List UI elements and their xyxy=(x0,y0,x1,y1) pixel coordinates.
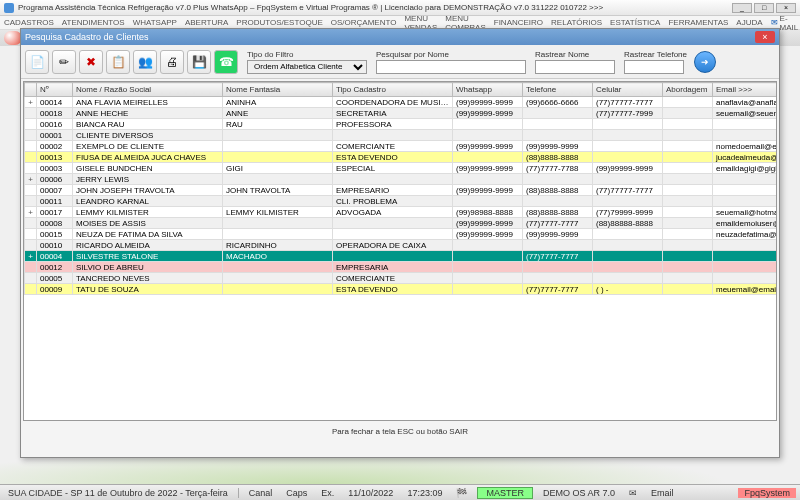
cell xyxy=(223,284,333,295)
menu-relatórios[interactable]: RELATÓRIOS xyxy=(551,18,602,27)
expand-toggle[interactable]: + xyxy=(25,174,37,185)
expand-toggle[interactable] xyxy=(25,240,37,251)
menu-abertura[interactable]: ABERTURA xyxy=(185,18,228,27)
expand-toggle[interactable]: + xyxy=(25,251,37,262)
cell: (99)99999-9999 xyxy=(453,163,523,174)
col-header[interactable]: Nº xyxy=(37,83,73,97)
expand-toggle[interactable] xyxy=(25,108,37,119)
col-header[interactable]: Whatsapp xyxy=(453,83,523,97)
expand-toggle[interactable] xyxy=(25,284,37,295)
delete-button[interactable]: ✖ xyxy=(79,50,103,74)
col-header[interactable]: Tipo Cadastro xyxy=(333,83,453,97)
search-name-input[interactable] xyxy=(376,60,526,74)
table-row[interactable]: +00004SILVESTRE STALONEMACHADO(77)7777-7… xyxy=(25,251,778,262)
cell xyxy=(663,108,713,119)
expand-toggle[interactable] xyxy=(25,130,37,141)
cell xyxy=(663,229,713,240)
save-button[interactable]: 💾 xyxy=(187,50,211,74)
cell xyxy=(663,284,713,295)
table-row[interactable]: +00014ANA FLAVIA MEIRELLESANINHACOORDENA… xyxy=(25,97,778,108)
expand-toggle[interactable] xyxy=(25,152,37,163)
cell: jucadealmeuda@jucadealmeida.com.br xyxy=(713,152,778,163)
col-header[interactable]: Email >>> xyxy=(713,83,778,97)
menu-estatística[interactable]: ESTATÍSTICA xyxy=(610,18,660,27)
track-name-input[interactable] xyxy=(535,60,615,74)
cell xyxy=(663,119,713,130)
expand-toggle[interactable] xyxy=(25,185,37,196)
status-flag-icon: 🏁 xyxy=(452,488,471,498)
table-row[interactable]: 00002EXEMPLO DE CLIENTECOMERCIANTE(99)99… xyxy=(25,141,778,152)
search-go-button[interactable]: ➜ xyxy=(694,51,716,73)
filter-type-select[interactable]: Ordem Alfabetica Cliente xyxy=(247,60,367,74)
cell xyxy=(663,152,713,163)
expand-toggle[interactable] xyxy=(25,196,37,207)
expand-toggle[interactable] xyxy=(25,262,37,273)
expand-toggle[interactable] xyxy=(25,229,37,240)
menu-ferramentas[interactable]: FERRAMENTAS xyxy=(668,18,728,27)
table-row[interactable]: 00011LEANDRO KARNALCLI. PROBLEMA xyxy=(25,196,778,207)
track-phone-input[interactable] xyxy=(624,60,684,74)
menu-financeiro[interactable]: FINANCEIRO xyxy=(494,18,543,27)
table-row[interactable]: 00010RICARDO ALMEIDARICARDINHOOPERADORA … xyxy=(25,240,778,251)
cell: LEANDRO KARNAL xyxy=(73,196,223,207)
cell: JOHN TRAVOLTA xyxy=(223,185,333,196)
cell xyxy=(333,218,453,229)
menu-ajuda[interactable]: AJUDA xyxy=(736,18,762,27)
duplicate-button[interactable]: 📋 xyxy=(106,50,130,74)
table-row[interactable]: 00016BIANCA RAURAUPROFESSORA xyxy=(25,119,778,130)
table-row[interactable]: 00018ANNE HECHEANNESECRETARIA(99)99999-9… xyxy=(25,108,778,119)
print-button[interactable]: 🖨 xyxy=(160,50,184,74)
cell xyxy=(663,185,713,196)
expand-toggle[interactable]: + xyxy=(25,97,37,108)
maximize-button[interactable]: □ xyxy=(754,3,774,13)
menu-os/orçamento[interactable]: OS/ORÇAMENTO xyxy=(331,18,397,27)
status-fpq[interactable]: FpqSystem xyxy=(738,488,796,498)
menu-atendimentos[interactable]: ATENDIMENTOS xyxy=(62,18,125,27)
cell xyxy=(223,174,333,185)
table-row[interactable]: +00017LEMMY KILMISTERLEMMY KILMISTERADVO… xyxy=(25,207,778,218)
expand-toggle[interactable] xyxy=(25,163,37,174)
cell: neuzadefatima@fatima.com.br xyxy=(713,229,778,240)
minimize-button[interactable]: _ xyxy=(732,3,752,13)
col-header[interactable]: Telefone xyxy=(523,83,593,97)
cell: (77)79999-9999 xyxy=(593,207,663,218)
cell xyxy=(593,240,663,251)
expand-toggle[interactable] xyxy=(25,273,37,284)
col-header[interactable] xyxy=(25,83,37,97)
status-email-icon[interactable]: ✉ xyxy=(625,488,641,498)
table-row[interactable]: 00015NEUZA DE FATIMA DA SILVA(99)99999-9… xyxy=(25,229,778,240)
results-grid[interactable]: NºNome / Razão SocialNome FantasiaTipo C… xyxy=(23,81,777,421)
edit-button[interactable]: ✏ xyxy=(52,50,76,74)
expand-toggle[interactable]: + xyxy=(25,207,37,218)
cell: seuemail@hotmail.com xyxy=(713,207,778,218)
menu-cadastros[interactable]: CADASTROS xyxy=(4,18,54,27)
cell xyxy=(713,130,778,141)
table-row[interactable]: 00007JOHN JOSEPH TRAVOLTAJOHN TRAVOLTAEM… xyxy=(25,185,778,196)
col-header[interactable]: Nome / Razão Social xyxy=(73,83,223,97)
expand-toggle[interactable] xyxy=(25,218,37,229)
table-row[interactable]: 00012SILVIO DE ABREUEMPRESARIA xyxy=(25,262,778,273)
expand-toggle[interactable] xyxy=(25,119,37,130)
col-header[interactable]: Celular xyxy=(593,83,663,97)
menu-produtos/estoque[interactable]: PRODUTOS/ESTOQUE xyxy=(236,18,322,27)
table-row[interactable]: 00005TANCREDO NEVESCOMERCIANTE xyxy=(25,273,778,284)
status-email[interactable]: Email xyxy=(647,488,678,498)
new-button[interactable]: 📄 xyxy=(25,50,49,74)
table-row[interactable]: 00013FIUSA DE ALMEIDA JUCA CHAVESESTA DE… xyxy=(25,152,778,163)
users-button[interactable]: 👥 xyxy=(133,50,157,74)
cell: (88)8888-8888 xyxy=(523,152,593,163)
cell: FIUSA DE ALMEIDA JUCA CHAVES xyxy=(73,152,223,163)
table-row[interactable]: 00001CLIENTE DIVERSOS xyxy=(25,130,778,141)
modal-close-button[interactable]: × xyxy=(755,31,775,43)
table-row[interactable]: +00006JERRY LEWIS xyxy=(25,174,778,185)
col-header[interactable]: Nome Fantasia xyxy=(223,83,333,97)
whatsapp-button[interactable]: ☎ xyxy=(214,50,238,74)
menu-whatsapp[interactable]: WHATSAPP xyxy=(133,18,177,27)
cell xyxy=(453,196,523,207)
expand-toggle[interactable] xyxy=(25,141,37,152)
close-button[interactable]: × xyxy=(776,3,796,13)
col-header[interactable]: Abordagem xyxy=(663,83,713,97)
table-row[interactable]: 00009TATU DE SOUZAESTA DEVENDO(77)7777-7… xyxy=(25,284,778,295)
table-row[interactable]: 00008MOISES DE ASSIS(99)99999-9999(77)77… xyxy=(25,218,778,229)
table-row[interactable]: 00003GISELE BUNDCHENGIGIESPECIAL(99)9999… xyxy=(25,163,778,174)
